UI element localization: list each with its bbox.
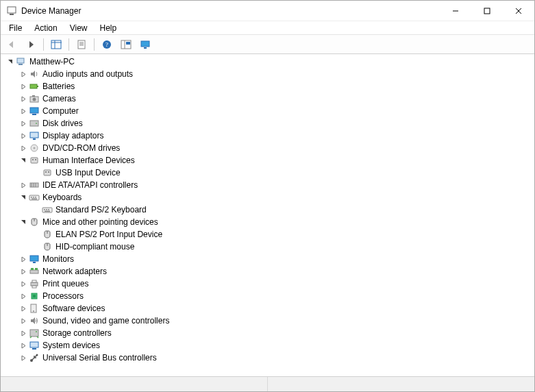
category-node[interactable]: Cameras xyxy=(2,93,534,105)
tree-expander-closed[interactable] xyxy=(18,303,29,314)
close-button[interactable] xyxy=(503,1,534,21)
menu-view[interactable]: View xyxy=(64,22,93,34)
tree-expander-open[interactable] xyxy=(18,192,29,203)
node-label: DVD/CD-ROM drives xyxy=(42,143,120,153)
menu-file[interactable]: File xyxy=(3,22,27,34)
node-label: Display adaptors xyxy=(42,131,103,140)
optical-icon xyxy=(29,143,40,154)
category-node[interactable]: Network adapters xyxy=(2,265,534,278)
toolbar-properties-button[interactable] xyxy=(73,37,90,52)
category-node[interactable]: Computer xyxy=(2,105,534,117)
device-node[interactable]: USB Input Device xyxy=(2,167,534,179)
category-node[interactable]: IDE ATA/ATAPI controllers xyxy=(2,179,534,191)
svg-rect-54 xyxy=(45,211,50,212)
toolbar-forward-button[interactable] xyxy=(23,37,39,52)
svg-rect-59 xyxy=(33,262,36,263)
toolbar-scan-button[interactable] xyxy=(118,37,134,52)
tree-expander-closed[interactable] xyxy=(18,130,29,141)
tree-expander-closed[interactable] xyxy=(18,328,29,339)
tree-expander-closed[interactable] xyxy=(18,315,29,326)
toolbar-show-hide-tree-button[interactable] xyxy=(48,37,64,52)
titlebar: Device Manager xyxy=(1,1,534,21)
svg-rect-61 xyxy=(31,268,34,270)
svg-rect-28 xyxy=(32,114,36,115)
svg-rect-60 xyxy=(30,270,38,273)
node-label: Network adapters xyxy=(42,267,107,276)
category-node[interactable]: Matthew-PC xyxy=(2,56,534,68)
svg-rect-46 xyxy=(31,197,32,198)
category-node[interactable]: Audio inputs and outputs xyxy=(2,68,534,80)
tree-expander-closed[interactable] xyxy=(18,291,29,302)
minimize-button[interactable] xyxy=(440,1,471,21)
svg-point-30 xyxy=(36,123,37,124)
svg-rect-64 xyxy=(32,280,36,282)
category-node[interactable]: Storage controllers xyxy=(2,327,534,339)
device-node[interactable]: Standard PS/2 Keyboard xyxy=(2,204,534,216)
tree-expander-open[interactable] xyxy=(18,155,29,166)
svg-rect-35 xyxy=(31,158,38,163)
maximize-button[interactable] xyxy=(471,1,503,21)
app-icon xyxy=(6,5,17,16)
tree-expander-closed[interactable] xyxy=(18,352,29,363)
tree-expander-closed[interactable] xyxy=(18,118,29,129)
category-node[interactable]: Batteries xyxy=(2,80,534,93)
svg-rect-58 xyxy=(30,256,38,261)
software-icon xyxy=(29,303,40,314)
svg-rect-38 xyxy=(44,170,51,175)
battery-icon xyxy=(29,81,40,92)
usb-icon xyxy=(29,352,40,363)
menu-action[interactable]: Action xyxy=(29,22,62,34)
toolbar-monitor-button[interactable] xyxy=(137,37,153,52)
device-node[interactable]: ELAN PS/2 Port Input Device xyxy=(2,228,534,241)
category-node[interactable]: DVD/CD-ROM drives xyxy=(2,142,534,154)
tree-expander-closed[interactable] xyxy=(18,81,29,92)
toolbar-back-button[interactable] xyxy=(3,37,20,52)
mouse-icon xyxy=(42,241,53,252)
category-node[interactable]: Monitors xyxy=(2,253,534,265)
node-label: Processors xyxy=(42,291,84,301)
menu-help[interactable]: Help xyxy=(95,22,123,34)
svg-rect-31 xyxy=(30,132,38,138)
node-label: Monitors xyxy=(42,254,74,264)
category-node[interactable]: Display adaptors xyxy=(2,130,534,142)
category-node[interactable]: Software devices xyxy=(2,302,534,315)
display-icon xyxy=(29,130,40,141)
toolbar-separator xyxy=(69,38,69,51)
tree-expander-closed[interactable] xyxy=(18,254,29,265)
tree-expander-open[interactable] xyxy=(18,217,29,228)
category-node[interactable]: Human Interface Devices xyxy=(2,154,534,167)
tree-expander-open[interactable] xyxy=(5,56,16,67)
category-node[interactable]: Mice and other pointing devices xyxy=(2,216,534,228)
system-icon xyxy=(29,340,40,351)
svg-point-76 xyxy=(36,354,38,356)
toolbar-help-button[interactable]: ? xyxy=(99,37,115,52)
device-node[interactable]: HID-compliant mouse xyxy=(2,241,534,253)
device-tree[interactable]: Matthew-PCAudio inputs and outputsBatter… xyxy=(1,54,534,376)
tree-expander-none xyxy=(31,241,42,252)
tree-expander-closed[interactable] xyxy=(18,106,29,117)
tree-expander-closed[interactable] xyxy=(18,340,29,351)
monitor-icon xyxy=(29,254,40,265)
node-label: Sound, video and game controllers xyxy=(42,316,169,326)
category-node[interactable]: Universal Serial Bus controllers xyxy=(2,352,534,364)
svg-rect-51 xyxy=(44,209,45,210)
tree-expander-closed[interactable] xyxy=(18,143,29,154)
category-node[interactable]: System devices xyxy=(2,339,534,352)
tree-expander-closed[interactable] xyxy=(18,93,29,104)
category-node[interactable]: Print queues xyxy=(2,278,534,290)
svg-rect-0 xyxy=(8,7,16,13)
tree-expander-none xyxy=(31,229,42,240)
toolbar-separator xyxy=(43,38,44,51)
category-node[interactable]: Keyboards xyxy=(2,191,534,204)
hid-icon xyxy=(29,155,40,166)
tree-expander-closed[interactable] xyxy=(18,69,29,79)
category-node[interactable]: Sound, video and game controllers xyxy=(2,315,534,327)
tree-expander-closed[interactable] xyxy=(18,266,29,277)
pc-icon xyxy=(16,56,27,67)
toolbar: ? xyxy=(1,35,534,54)
tree-expander-closed[interactable] xyxy=(18,180,29,191)
tree-expander-closed[interactable] xyxy=(18,278,29,289)
svg-rect-39 xyxy=(45,171,47,173)
category-node[interactable]: Processors xyxy=(2,290,534,302)
category-node[interactable]: Disk drives xyxy=(2,117,534,130)
